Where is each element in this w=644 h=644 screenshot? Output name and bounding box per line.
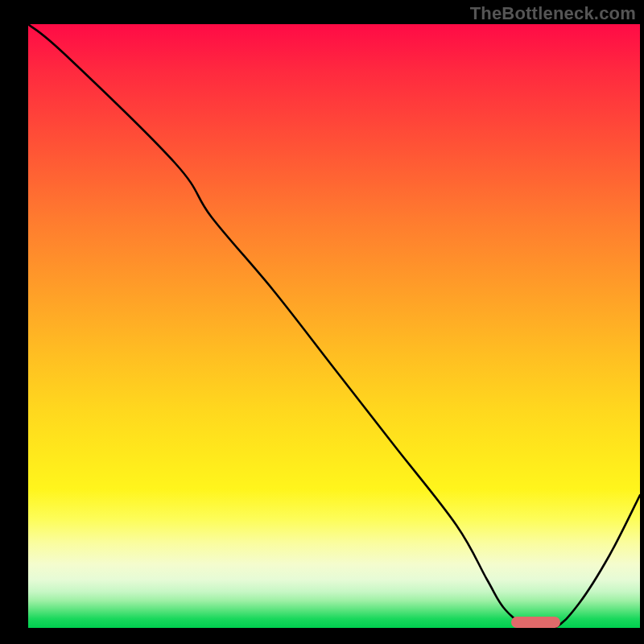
watermark-text: TheBottleneck.com <box>470 3 636 24</box>
optimal-range-marker <box>511 617 560 628</box>
plot-area <box>28 24 640 628</box>
bottleneck-curve <box>28 24 640 628</box>
curve-path <box>28 24 640 628</box>
chart-frame: TheBottleneck.com <box>0 0 644 644</box>
